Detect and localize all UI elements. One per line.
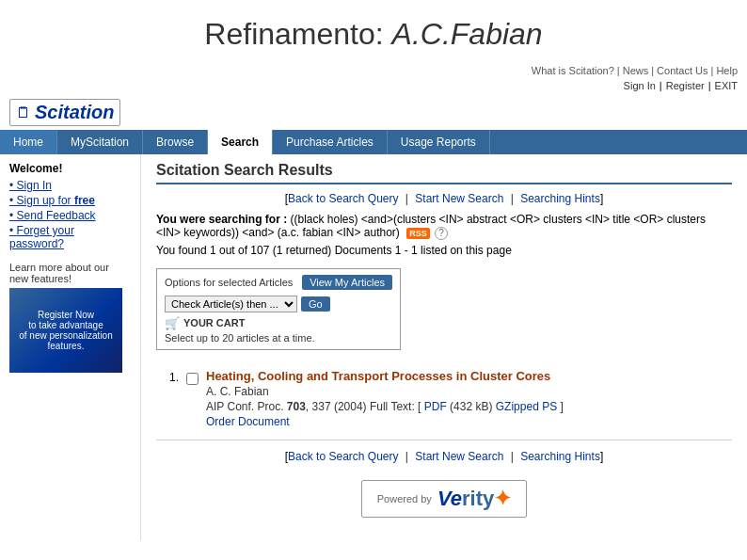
learn-more-text: Learn more about our new features! [9,262,131,284]
page-header: Refinamento: A.C.Fabian What is Scitatio… [0,0,747,154]
tab-browse[interactable]: Browse [143,130,208,154]
bottom-links: [Back to Search Query | Start New Search… [156,450,732,463]
tab-usage[interactable]: Usage Reports [388,130,490,154]
page-layout: Welcome! • Sign In • Sign up for free • … [0,154,747,540]
gzip-link[interactable]: GZipped PS [496,400,557,413]
options-header: Options for selected Articles View My Ar… [165,275,392,290]
order-row: Order Document [206,415,732,428]
full-text-end: ] [561,400,564,413]
help-icon[interactable]: ? [435,227,448,240]
query-text: You were searching for : ((black holes) … [156,213,732,240]
top-links: [Back to Search Query | Start New Search… [156,192,732,205]
article-item: 1. Heating, Cooling and Transport Proces… [156,369,732,428]
contact-link[interactable]: Contact Us [657,65,707,76]
results-title: Scitation Search Results [156,162,732,184]
found-text: You found 1 out of 107 (1 returned) Docu… [156,244,732,257]
register-link[interactable]: Register [666,80,705,91]
query-label: You were searching for : [156,213,287,226]
article-title-link[interactable]: Heating, Cooling and Transport Processes… [206,369,550,383]
bottom-hints-link[interactable]: Searching Hints [520,450,600,463]
exit-link[interactable]: EXIT [715,80,738,91]
news-link[interactable]: News [623,65,649,76]
journal-name: AIP Conf. Proc. [206,400,283,413]
cart-label: YOUR CART [183,317,245,328]
footer: Powered by Verity✦ [156,471,732,533]
article-list: 1. Heating, Cooling and Transport Proces… [156,369,732,428]
sign-in-link[interactable]: Sign In [624,80,656,91]
journal-volume: 703 [287,400,306,413]
tab-purchase[interactable]: Purchase Articles [273,130,388,154]
article-checkbox[interactable] [186,373,199,385]
powered-by-box: Powered by Verity✦ [361,480,527,518]
go-button[interactable]: Go [301,296,330,312]
top-navigation: What is Scitation? | News | Contact Us |… [0,61,747,78]
pages-year: 337 (2004) [312,400,367,413]
check-articles-select[interactable]: Check Article(s) then ... [165,296,297,312]
what-is-link[interactable]: What is Scitation? [532,65,614,76]
logo-text: Scitation [35,102,114,123]
full-text-label: Full Text: [ [370,400,421,413]
sidebar-signup-link[interactable]: • Sign up for free [9,194,131,207]
scitation-icon: 🗒 [16,104,31,121]
searching-hints-link[interactable]: Searching Hints [520,192,600,205]
main-navigation: Home MyScitation Browse Search Purchase … [0,130,747,154]
select-up-label: Select up to 20 articles at a time. [165,332,392,344]
bottom-new-search-link[interactable]: Start New Search [415,450,503,463]
powered-by-text: Powered by [377,493,432,504]
help-link[interactable]: Help [716,65,738,76]
bottom-back-link[interactable]: Back to Search Query [288,450,398,463]
sidebar-feedback-link[interactable]: • Send Feedback [9,209,131,222]
logo-area: 🗒 Scitation [0,95,747,130]
pdf-size: (432 kB) [450,400,492,413]
bottom-divider [156,440,732,440]
cart-row: 🛒 YOUR CART [165,316,392,330]
view-my-articles-button[interactable]: View My Articles [302,275,392,290]
logo[interactable]: 🗒 Scitation [9,99,120,126]
tab-myscitation[interactable]: MyScitation [57,130,143,154]
article-meta: AIP Conf. Proc. 703, 337 (2004) Full Tex… [206,400,732,413]
register-title: Register Now [38,310,94,320]
register-desc: to take advantage of new personalization… [19,320,113,351]
article-author: A. C. Fabian [206,385,732,398]
tab-home[interactable]: Home [0,130,57,154]
check-row: Check Article(s) then ... Go [165,296,392,312]
order-document-link[interactable]: Order Document [206,415,290,428]
tab-search[interactable]: Search [208,130,273,154]
cart-icon: 🛒 [165,316,180,330]
sign-in-bar: Sign In | Register | EXIT [0,78,747,95]
main-content: Scitation Search Results [Back to Search… [141,154,747,540]
article-body: Heating, Cooling and Transport Processes… [206,369,732,428]
sidebar: Welcome! • Sign In • Sign up for free • … [0,154,141,540]
sidebar-password-link[interactable]: • Forget your password? [9,224,131,250]
page-title-area: Refinamento: A.C.Fabian [0,0,747,61]
pdf-link[interactable]: PDF [424,400,447,413]
welcome-text: Welcome! [9,162,131,175]
article-number: 1. [156,369,179,384]
options-label: Options for selected Articles [165,277,293,288]
rss-badge[interactable]: RSS [406,228,430,239]
options-panel: Options for selected Articles View My Ar… [156,268,401,350]
verity-logo: Verity✦ [437,487,511,511]
register-banner[interactable]: Register Now to take advantage of new pe… [9,288,122,373]
page-title: Refinamento: A.C.Fabian [0,17,747,52]
start-new-search-link[interactable]: Start New Search [415,192,503,205]
back-to-query-link[interactable]: Back to Search Query [288,192,398,205]
sidebar-signin-link[interactable]: • Sign In [9,179,131,192]
